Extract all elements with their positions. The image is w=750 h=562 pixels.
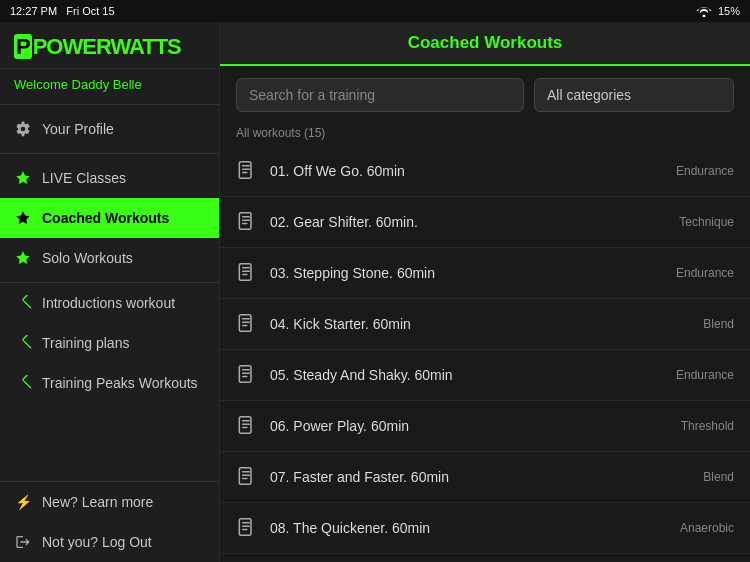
sidebar-label-training-peaks: Training Peaks Workouts xyxy=(42,375,198,391)
lightning-icon: ⚡ xyxy=(14,493,32,511)
search-bar: All categories Endurance Technique Blend… xyxy=(220,66,750,124)
workout-name: 04. Kick Starter. 60min xyxy=(270,316,703,332)
workout-category: Blend xyxy=(703,470,734,484)
content-header: Coached Workouts xyxy=(220,22,750,66)
live-classes-icon xyxy=(14,169,32,187)
diamond-icon-plans xyxy=(14,334,32,352)
sidebar-item-your-profile[interactable]: Your Profile xyxy=(0,109,219,149)
diamond-icon-intro xyxy=(14,294,32,312)
workout-file-icon xyxy=(236,517,258,539)
workout-file-icon xyxy=(236,364,258,386)
workout-category: Anaerobic xyxy=(680,521,734,535)
sidebar-item-live-classes[interactable]: LIVE Classes xyxy=(0,158,219,198)
workout-name: 07. Faster and Faster. 60min xyxy=(270,469,703,485)
sidebar-label-coached-workouts: Coached Workouts xyxy=(42,210,169,226)
workout-name: 05. Steady And Shaky. 60min xyxy=(270,367,676,383)
status-bar: 12:27 PM Fri Oct 15 15% xyxy=(0,0,750,22)
workout-item[interactable]: 07. Faster and Faster. 60min Blend xyxy=(220,452,750,503)
workout-category: Endurance xyxy=(676,266,734,280)
svg-rect-4 xyxy=(23,335,31,348)
sidebar-label-introductions: Introductions workout xyxy=(42,295,175,311)
sidebar-item-training-peaks[interactable]: Training Peaks Workouts xyxy=(0,363,219,403)
svg-rect-7 xyxy=(239,213,251,230)
exit-icon xyxy=(14,533,32,551)
welcome-text: Welcome Daddy Belle xyxy=(0,69,219,100)
sidebar-item-introductions-workout[interactable]: Introductions workout xyxy=(0,283,219,323)
workout-item[interactable]: 05. Steady And Shaky. 60min Endurance xyxy=(220,350,750,401)
workout-file-icon xyxy=(236,466,258,488)
workout-category: Threshold xyxy=(681,419,734,433)
category-select[interactable]: All categories Endurance Technique Blend… xyxy=(534,78,734,112)
workout-item[interactable]: 04. Kick Starter. 60min Blend xyxy=(220,299,750,350)
status-right: 15% xyxy=(696,5,740,17)
workout-file-icon xyxy=(236,211,258,233)
search-input[interactable] xyxy=(236,78,524,112)
workout-file-icon xyxy=(236,262,258,284)
svg-marker-0 xyxy=(16,171,29,184)
svg-marker-1 xyxy=(16,211,29,224)
sidebar-label-your-profile: Your Profile xyxy=(42,121,114,137)
workout-item[interactable]: 02. Gear Shifter. 60min. Technique xyxy=(220,197,750,248)
svg-rect-13 xyxy=(239,519,251,536)
workout-name: 02. Gear Shifter. 60min. xyxy=(270,214,679,230)
svg-rect-8 xyxy=(239,264,251,281)
workout-name: 03. Stepping Stone. 60min xyxy=(270,265,676,281)
workout-category: Technique xyxy=(679,215,734,229)
sidebar: PPOWERWATTS Welcome Daddy Belle Your Pro… xyxy=(0,22,220,562)
coached-workouts-icon xyxy=(14,209,32,227)
workout-list: 01. Off We Go. 60min Endurance 02. Gear … xyxy=(220,146,750,562)
svg-rect-10 xyxy=(239,366,251,383)
svg-rect-9 xyxy=(239,315,251,332)
solo-workouts-icon xyxy=(14,249,32,267)
workout-item[interactable]: 06. Power Play. 60min Threshold xyxy=(220,401,750,452)
workout-file-icon xyxy=(236,160,258,182)
gear-icon xyxy=(14,120,32,138)
workout-name: 01. Off We Go. 60min xyxy=(270,163,676,179)
svg-marker-2 xyxy=(16,251,29,264)
sidebar-item-log-out[interactable]: Not you? Log Out xyxy=(0,522,219,562)
sidebar-item-training-plans[interactable]: Training plans xyxy=(0,323,219,363)
workout-name: 06. Power Play. 60min xyxy=(270,418,681,434)
sidebar-item-learn-more[interactable]: ⚡ New? Learn more xyxy=(0,482,219,522)
svg-rect-6 xyxy=(239,162,251,179)
svg-rect-5 xyxy=(23,375,31,388)
page-title: Coached Workouts xyxy=(408,33,563,53)
workout-category: Endurance xyxy=(676,164,734,178)
sidebar-label-solo-workouts: Solo Workouts xyxy=(42,250,133,266)
battery-level: 15% xyxy=(718,5,740,17)
sidebar-label-training-plans: Training plans xyxy=(42,335,129,351)
sidebar-label-learn-more: New? Learn more xyxy=(42,494,153,510)
workout-item[interactable]: 01. Off We Go. 60min Endurance xyxy=(220,146,750,197)
diamond-icon-peaks xyxy=(14,374,32,392)
logo: PPOWERWATTS xyxy=(0,22,219,69)
all-workouts-label: All workouts (15) xyxy=(220,124,750,146)
content-area: Coached Workouts All categories Enduranc… xyxy=(220,22,750,562)
wifi-icon xyxy=(696,5,712,17)
workout-name: 08. The Quickener. 60min xyxy=(270,520,680,536)
svg-rect-3 xyxy=(23,295,31,308)
svg-rect-11 xyxy=(239,417,251,434)
sidebar-item-solo-workouts[interactable]: Solo Workouts xyxy=(0,238,219,278)
workout-category: Endurance xyxy=(676,368,734,382)
sidebar-item-coached-workouts[interactable]: Coached Workouts xyxy=(0,198,219,238)
sidebar-label-live-classes: LIVE Classes xyxy=(42,170,126,186)
status-time: 12:27 PM Fri Oct 15 xyxy=(10,5,115,17)
workout-category: Blend xyxy=(703,317,734,331)
svg-rect-12 xyxy=(239,468,251,485)
sidebar-label-log-out: Not you? Log Out xyxy=(42,534,152,550)
workout-file-icon xyxy=(236,313,258,335)
workout-file-icon xyxy=(236,415,258,437)
logo-p: P xyxy=(14,34,32,59)
workout-item[interactable]: 09. Edgy. 60min Anaerobic xyxy=(220,554,750,562)
workout-item[interactable]: 08. The Quickener. 60min Anaerobic xyxy=(220,503,750,554)
workout-item[interactable]: 03. Stepping Stone. 60min Endurance xyxy=(220,248,750,299)
